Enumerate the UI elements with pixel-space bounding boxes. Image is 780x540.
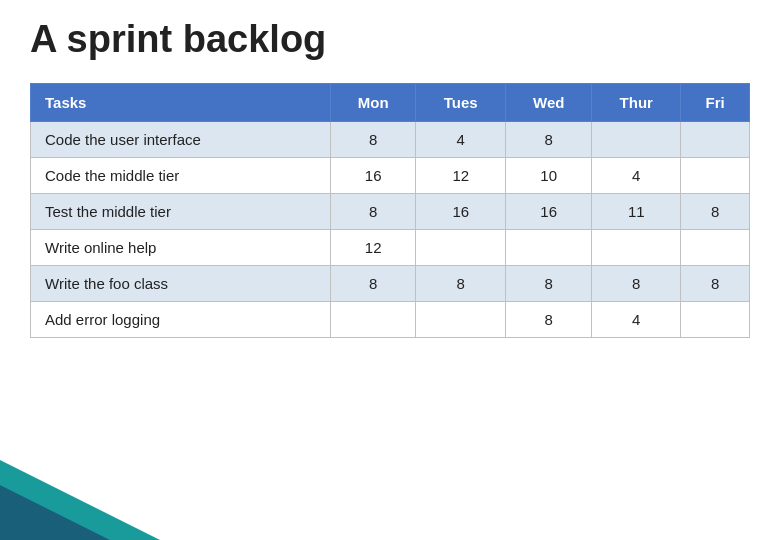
task-cell: Test the middle tier bbox=[31, 194, 331, 230]
value-cell bbox=[681, 158, 750, 194]
value-cell: 16 bbox=[506, 194, 592, 230]
value-cell bbox=[681, 122, 750, 158]
value-cell bbox=[331, 302, 416, 338]
value-cell: 4 bbox=[592, 158, 681, 194]
table-row: Code the user interface848 bbox=[31, 122, 750, 158]
task-cell: Write the foo class bbox=[31, 266, 331, 302]
value-cell: 8 bbox=[681, 266, 750, 302]
value-cell bbox=[592, 122, 681, 158]
value-cell bbox=[416, 302, 506, 338]
value-cell: 8 bbox=[592, 266, 681, 302]
col-header-fri: Fri bbox=[681, 84, 750, 122]
table-row: Test the middle tier81616118 bbox=[31, 194, 750, 230]
task-cell: Write online help bbox=[31, 230, 331, 266]
value-cell: 8 bbox=[681, 194, 750, 230]
value-cell: 8 bbox=[506, 122, 592, 158]
value-cell: 11 bbox=[592, 194, 681, 230]
sprint-backlog-table: Tasks Mon Tues Wed Thur Fri Code the use… bbox=[30, 83, 750, 338]
value-cell: 8 bbox=[331, 266, 416, 302]
value-cell bbox=[681, 302, 750, 338]
value-cell bbox=[592, 230, 681, 266]
value-cell: 12 bbox=[331, 230, 416, 266]
value-cell: 16 bbox=[416, 194, 506, 230]
table-row: Add error logging84 bbox=[31, 302, 750, 338]
value-cell bbox=[506, 230, 592, 266]
col-header-tasks: Tasks bbox=[31, 84, 331, 122]
col-header-thur: Thur bbox=[592, 84, 681, 122]
value-cell: 8 bbox=[331, 122, 416, 158]
task-cell: Code the middle tier bbox=[31, 158, 331, 194]
col-header-mon: Mon bbox=[331, 84, 416, 122]
value-cell bbox=[416, 230, 506, 266]
value-cell: 8 bbox=[506, 302, 592, 338]
value-cell bbox=[681, 230, 750, 266]
table-header-row: Tasks Mon Tues Wed Thur Fri bbox=[31, 84, 750, 122]
table-row: Code the middle tier1612104 bbox=[31, 158, 750, 194]
value-cell: 4 bbox=[416, 122, 506, 158]
value-cell: 4 bbox=[592, 302, 681, 338]
value-cell: 8 bbox=[416, 266, 506, 302]
value-cell: 10 bbox=[506, 158, 592, 194]
value-cell: 8 bbox=[506, 266, 592, 302]
task-cell: Add error logging bbox=[31, 302, 331, 338]
task-cell: Code the user interface bbox=[31, 122, 331, 158]
page-title: A sprint backlog bbox=[30, 18, 750, 61]
value-cell: 12 bbox=[416, 158, 506, 194]
value-cell: 8 bbox=[331, 194, 416, 230]
col-header-wed: Wed bbox=[506, 84, 592, 122]
table-row: Write online help12 bbox=[31, 230, 750, 266]
table-row: Write the foo class88888 bbox=[31, 266, 750, 302]
value-cell: 16 bbox=[331, 158, 416, 194]
col-header-tues: Tues bbox=[416, 84, 506, 122]
